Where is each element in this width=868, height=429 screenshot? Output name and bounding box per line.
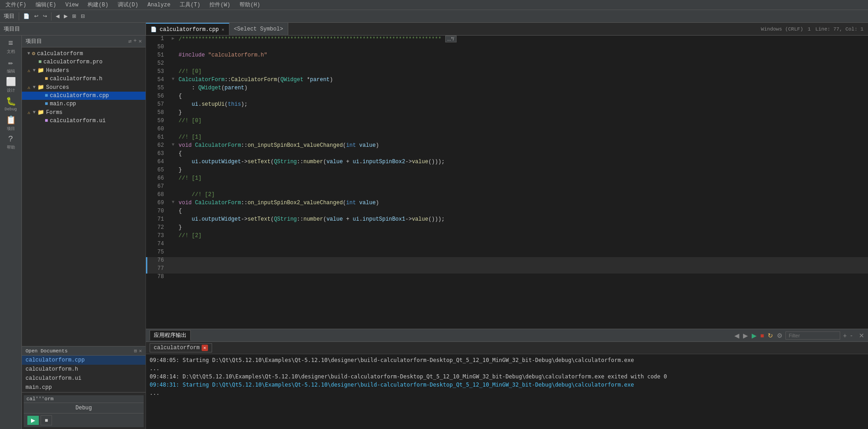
code-content-67 [177,183,868,191]
tab-symbol[interactable]: <Select Symbol> [229,23,288,35]
sidebar-icon-docs[interactable]: ≡ 文档 [2,37,20,56]
bottom-ctrl-minus[interactable]: - [849,331,853,340]
fold-62[interactable]: ▼ [170,142,177,150]
code-content-76 [177,257,868,265]
sidebar-icon-help[interactable]: ? 帮助 [2,133,20,151]
toolbar-nav-fwd-btn[interactable]: ▶ [62,12,69,20]
line-num-76: 76 [147,257,170,265]
panel-sync-icon[interactable]: ⇄ [128,38,131,45]
tree-item-main[interactable]: ■ main.cpp [22,100,146,108]
tree-item-h[interactable]: ■ calculatorform.h [22,75,146,83]
debug-icon: 🐛 [6,96,16,106]
bottom-ctrl-settings[interactable]: ⚙ [776,331,784,340]
open-doc-calculatorform-cpp[interactable]: calculatorform.cpp [22,356,146,365]
panel-close-icon[interactable]: ✕ [139,38,142,45]
menu-analyze[interactable]: Analyze [146,1,172,9]
toolbar-zoom-in-btn[interactable]: ⊞ [70,12,78,20]
sidebar-icon-edit[interactable]: ✏ 编辑 [2,57,20,75]
toolbar-file-btn[interactable]: 📄 [21,12,31,20]
code-content-72: } [177,224,868,233]
tree-item-forms[interactable]: ⚠ ▼ 📁 Forms [22,108,146,117]
toolbar-nav-back-btn[interactable]: ◀ [54,12,61,20]
code-row-74: 74 [147,241,868,249]
tree-item-cpp[interactable]: ■ calculatorform.cpp [22,92,146,100]
code-content-54: CalculatorForm::CalculatorForm(QWidget *… [177,77,868,85]
code-view[interactable]: 1 ▶ /***********************************… [146,36,868,329]
open-doc-calculatorform-h[interactable]: calculatorform.h [22,365,146,374]
tree-item-ui[interactable]: ■ calculatorform.ui [22,117,146,125]
fold-54[interactable]: ▼ [170,77,177,85]
line-num-1: 1 [147,36,170,44]
tree-arrow-root: ▼ [26,51,32,56]
menu-file[interactable]: 文件(F) [4,0,28,10]
code-row-67: 67 [147,183,868,191]
fold-65 [170,167,177,175]
bottom-ctrl-run[interactable]: ▶ [751,331,758,340]
toolbar-sep-2 [51,12,52,21]
tree-item-headers[interactable]: ⚠ ▼ 📁 Headers [22,66,146,75]
fold-58 [170,109,177,118]
code-content-68: //! [2] [177,191,868,200]
panel-add-icon[interactable]: + [134,38,137,45]
line-num-57: 57 [147,101,170,109]
code-row-63: 63 { [147,150,868,159]
tree-item-pro[interactable]: ■ calculatorform.pro [22,58,146,66]
line-num-52: 52 [147,60,170,68]
encoding-status: 1 [808,26,811,32]
fold-77 [170,265,177,274]
code-content-65: } [177,167,868,175]
bottom-ctrl-rebuild[interactable]: ↻ [767,331,774,340]
open-doc-calculatorform-ui[interactable]: calculatorform.ui [22,374,146,383]
sidebar-icon-design[interactable]: ⬜ 设计 [2,76,20,94]
collapse-btn-1[interactable]: ...*/ [445,36,457,42]
output-tab-badge[interactable]: calculatorform ✕ [150,343,212,352]
output-text-area[interactable]: 09:48:05: Starting D:\Qt\Qt5.12.10\Examp… [146,354,868,429]
fold-73 [170,233,177,241]
bottom-ctrl-prev[interactable]: ◀ [733,331,740,340]
code-row-51: 51 #include "calculatorform.h" [147,52,868,60]
output-filter-input[interactable] [785,331,840,340]
bottom-ctrl-next[interactable]: ▶ [742,331,749,340]
tab-calculatorform-cpp[interactable]: 📄 calculatorform.cpp ✕ [146,23,229,35]
fold-1[interactable]: ▶ [170,36,177,44]
bottom-tab-output[interactable]: 应用程序输出 [150,330,191,341]
bottom-panel-close-btn[interactable]: ✕ [859,332,864,339]
menu-tools[interactable]: 工具(T) [178,0,203,10]
menu-debug[interactable]: 调试(D) [116,0,140,10]
debug-run-btn[interactable]: ▶ [27,416,39,425]
tab-close-icon[interactable]: ✕ [222,27,224,32]
toolbar-sep-1 [19,12,19,21]
fold-69[interactable]: ▼ [170,200,177,208]
code-content-71: ui.outputWidget->setText(QString::number… [177,216,868,224]
code-content-59: //! [0] [177,118,868,126]
output-tab-close[interactable]: ✕ [202,345,208,351]
tree-label-cpp: calculatorform.cpp [50,93,109,99]
sidebar-icon-project[interactable]: 📋 项目 [2,114,20,132]
tree-item-root[interactable]: ▼ ⚙ calculatorform [22,49,146,58]
open-doc-main-cpp[interactable]: main.cpp [22,383,146,392]
line-num-59: 59 [147,118,170,126]
project-tree[interactable]: ▼ ⚙ calculatorform ■ calculatorform.pro … [22,47,146,346]
menu-help[interactable]: 帮助(H) [238,0,262,10]
bottom-ctrl-stop[interactable]: ■ [759,331,765,340]
thumb-debug-btn[interactable]: Debug [24,403,144,413]
design-icon: ⬜ [6,77,16,87]
sidebar-icon-debug[interactable]: 🐛 Debug [2,95,20,113]
toolbar-redo-btn[interactable]: ↪ [41,12,49,20]
fold-59 [170,118,177,126]
toolbar-zoom-out-btn[interactable]: ⊟ [79,12,87,20]
tree-item-sources[interactable]: ⚠ ▼ 📁 Sources [22,83,146,92]
open-docs-add-icon[interactable]: ⊞ [134,348,137,354]
fold-68 [170,191,177,200]
line-num-71: 71 [147,216,170,224]
debug-stop-btn[interactable]: ■ [41,415,52,425]
bottom-ctrl-add[interactable]: + [842,331,847,340]
code-content-62: void CalculatorForm::on_inputSpinBox1_va… [177,142,868,150]
line-num-62: 62 [147,142,170,150]
menu-build[interactable]: 构建(B) [86,0,110,10]
menu-edit[interactable]: 编辑(E) [34,0,58,10]
menu-view[interactable]: View [63,1,80,9]
open-docs-close-icon[interactable]: ✕ [139,348,142,354]
menu-controls[interactable]: 控件(W) [208,0,232,10]
toolbar-undo-btn[interactable]: ↩ [32,12,40,20]
